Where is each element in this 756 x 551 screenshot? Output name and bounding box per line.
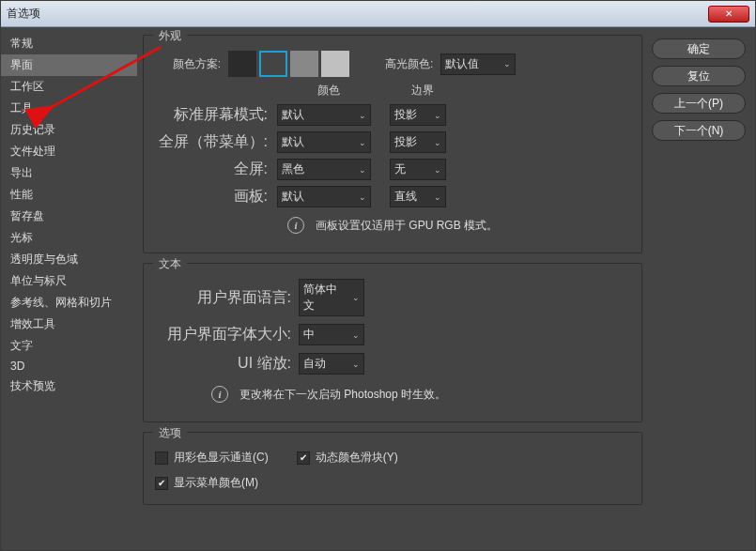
panels: 外观 颜色方案: 高光颜色: 默认值 ⌄ 颜色 边界	[143, 35, 642, 543]
sidebar-item[interactable]: 常规	[1, 33, 137, 54]
chevron-down-icon: ⌄	[359, 111, 366, 120]
sidebar-item[interactable]: 性能	[1, 184, 137, 206]
sidebar-item[interactable]: 透明度与色域	[1, 249, 137, 270]
chevron-down-icon: ⌄	[434, 138, 441, 147]
sidebar-item[interactable]: 文件处理	[1, 141, 137, 162]
main-area: 外观 颜色方案: 高光颜色: 默认值 ⌄ 颜色 边界	[137, 27, 755, 550]
dropdown-select[interactable]: 默认⌄	[277, 186, 371, 207]
info-icon: i	[287, 217, 304, 234]
mode-label: 标准屏幕模式:	[155, 105, 268, 125]
options-row: 用彩色显示通道(C)动态颜色滑块(Y)	[155, 450, 630, 466]
checkbox[interactable]	[297, 452, 310, 465]
next-button[interactable]: 下一个(N)	[652, 120, 746, 141]
color-swatch[interactable]	[290, 51, 318, 77]
ok-button[interactable]: 确定	[652, 38, 746, 59]
group-title-text: 文本	[153, 256, 187, 272]
color-swatch[interactable]	[321, 51, 349, 77]
group-title-appearance: 外观	[153, 28, 187, 44]
sidebar-item[interactable]: 3D	[1, 357, 137, 375]
highlight-color-value: 默认值	[445, 56, 479, 72]
checkbox[interactable]	[155, 477, 168, 490]
text-setting-label: UI 缩放:	[155, 354, 291, 374]
group-text: 文本 用户界面语言:简体中文⌄用户界面字体大小:中⌄UI 缩放:自动⌄ i 更改…	[143, 263, 642, 422]
sidebar-item[interactable]: 技术预览	[1, 375, 137, 397]
group-appearance: 外观 颜色方案: 高光颜色: 默认值 ⌄ 颜色 边界	[143, 35, 642, 253]
highlight-color-select[interactable]: 默认值 ⌄	[440, 54, 516, 75]
column-header-color: 颜色	[277, 83, 380, 99]
chevron-down-icon: ⌄	[352, 330, 360, 340]
sidebar-item[interactable]: 单位与标尺	[1, 270, 137, 292]
column-header-border: 边界	[390, 83, 455, 99]
option-item: 动态颜色滑块(Y)	[297, 450, 398, 466]
option-label: 动态颜色滑块(Y)	[316, 450, 398, 466]
chevron-down-icon: ⌄	[434, 165, 441, 175]
mode-rows: 标准屏幕模式:默认⌄投影⌄全屏（带菜单）:默认⌄投影⌄全屏:黑色⌄无⌄画板:默认…	[155, 104, 630, 207]
window-body: 常规界面工作区工具历史记录文件处理导出性能暂存盘光标透明度与色域单位与标尺参考线…	[1, 27, 755, 550]
chevron-down-icon: ⌄	[434, 192, 441, 202]
sidebar-item[interactable]: 工作区	[1, 76, 137, 98]
sidebar-item[interactable]: 文字	[1, 335, 137, 357]
dropdown-select[interactable]: 简体中文⌄	[299, 279, 364, 316]
dropdown-select[interactable]: 投影⌄	[390, 131, 446, 153]
sidebar-item[interactable]: 工具	[1, 98, 137, 119]
dropdown-select[interactable]: 默认⌄	[277, 131, 371, 153]
option-label: 显示菜单颜色(M)	[174, 475, 258, 491]
color-swatch[interactable]	[259, 51, 287, 77]
dropdown-select[interactable]: 黑色⌄	[277, 159, 371, 180]
dropdown-select[interactable]: 直线⌄	[390, 186, 446, 207]
group-title-options: 选项	[153, 425, 187, 441]
dropdown-select[interactable]: 中⌄	[299, 324, 364, 345]
sidebar-item[interactable]: 暂存盘	[1, 206, 137, 227]
text-setting-label: 用户界面语言:	[155, 288, 291, 308]
chevron-down-icon: ⌄	[503, 59, 511, 69]
sidebar-item[interactable]: 参考线、网格和切片	[1, 292, 137, 314]
mode-label: 画板:	[155, 187, 268, 207]
highlight-color-label: 高光颜色:	[385, 56, 433, 72]
dropdown-select[interactable]: 自动⌄	[299, 353, 364, 375]
close-button[interactable]: ✕	[708, 6, 749, 23]
dropdown-select[interactable]: 投影⌄	[390, 104, 446, 126]
info-icon: i	[211, 386, 228, 403]
option-item: 显示菜单颜色(M)	[155, 475, 258, 491]
checkbox[interactable]	[155, 452, 168, 465]
appearance-info-note: 画板设置仅适用于 GPU RGB 模式。	[316, 218, 498, 234]
sidebar: 常规界面工作区工具历史记录文件处理导出性能暂存盘光标透明度与色域单位与标尺参考线…	[1, 27, 137, 550]
option-label: 用彩色显示通道(C)	[174, 450, 269, 466]
chevron-down-icon: ⌄	[359, 192, 366, 202]
mode-label: 全屏:	[155, 160, 268, 179]
dropdown-select[interactable]: 默认⌄	[277, 104, 371, 126]
text-setting-label: 用户界面字体大小:	[155, 325, 291, 344]
chevron-down-icon: ⌄	[352, 360, 360, 369]
options-row: 显示菜单颜色(M)	[155, 475, 630, 491]
window-title: 首选项	[7, 6, 40, 22]
dialog-buttons: 确定 复位 上一个(P) 下一个(N)	[652, 35, 746, 543]
text-rows: 用户界面语言:简体中文⌄用户界面字体大小:中⌄UI 缩放:自动⌄	[155, 279, 630, 375]
mode-grid: 颜色 边界	[155, 83, 630, 99]
titlebar: 首选项 ✕	[1, 1, 755, 27]
chevron-down-icon: ⌄	[352, 293, 360, 302]
prev-button[interactable]: 上一个(P)	[652, 93, 746, 114]
sidebar-item[interactable]: 导出	[1, 162, 137, 184]
chevron-down-icon: ⌄	[359, 165, 366, 175]
color-scheme-swatches	[228, 51, 349, 77]
sidebar-item[interactable]: 界面	[1, 54, 137, 76]
sidebar-item[interactable]: 光标	[1, 227, 137, 249]
preferences-window: 首选项 ✕ 常规界面工作区工具历史记录文件处理导出性能暂存盘光标透明度与色域单位…	[0, 0, 756, 551]
mode-label: 全屏（带菜单）:	[155, 132, 268, 152]
color-scheme-label: 颜色方案:	[155, 56, 221, 72]
dropdown-select[interactable]: 无⌄	[390, 159, 446, 180]
text-info-note: 更改将在下一次启动 Photoshop 时生效。	[239, 387, 446, 403]
chevron-down-icon: ⌄	[434, 111, 441, 120]
option-item: 用彩色显示通道(C)	[155, 450, 269, 466]
group-options: 选项 用彩色显示通道(C)动态颜色滑块(Y) 显示菜单颜色(M)	[143, 432, 642, 505]
reset-button[interactable]: 复位	[652, 66, 746, 86]
sidebar-item[interactable]: 增效工具	[1, 314, 137, 335]
color-swatch[interactable]	[228, 51, 256, 77]
sidebar-item[interactable]: 历史记录	[1, 119, 137, 141]
chevron-down-icon: ⌄	[359, 138, 366, 147]
